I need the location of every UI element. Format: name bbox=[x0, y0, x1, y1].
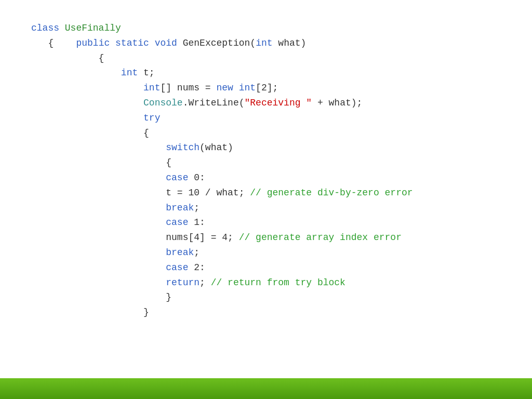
code-line-18: return; // return from try block bbox=[31, 275, 501, 290]
keyword-try: try bbox=[143, 113, 160, 123]
case-0-val: 0: bbox=[188, 172, 205, 183]
code-line-12: t = 10 / what; // generate div-by-zero e… bbox=[31, 185, 501, 201]
code-line-13: break; bbox=[31, 201, 501, 216]
code-line-8: { bbox=[31, 126, 501, 141]
code-editor: class UseFinally { public static void Ge… bbox=[0, 0, 532, 378]
indent-7 bbox=[31, 113, 143, 123]
writeline-method: .WriteLine( bbox=[183, 98, 245, 108]
var-nums-decl: [] nums = bbox=[160, 83, 216, 93]
bottom-bar bbox=[0, 378, 532, 399]
case-1-val: 1: bbox=[188, 217, 205, 228]
code-line-14: case 1: bbox=[31, 215, 501, 230]
keyword-void: void bbox=[155, 38, 183, 48]
code-line-4: int t; bbox=[31, 65, 501, 81]
keyword-static: static bbox=[115, 38, 155, 48]
brace-open-1: { bbox=[31, 38, 76, 48]
indent-13 bbox=[31, 203, 166, 213]
code-line-19: } bbox=[31, 290, 501, 305]
try-brace-open: { bbox=[31, 128, 149, 138]
code-line-5: int[] nums = new int[2]; bbox=[31, 81, 501, 96]
keyword-int-new: int bbox=[239, 83, 256, 93]
comment-div-zero: // generate div-by-zero error bbox=[250, 188, 413, 198]
code-line-16: break; bbox=[31, 245, 501, 260]
keyword-int-t: int bbox=[121, 68, 138, 78]
array-size: [2]; bbox=[256, 83, 278, 93]
code-line-2: { public static void GenException(int wh… bbox=[31, 36, 501, 51]
switch-brace-open: { bbox=[31, 157, 171, 168]
code-line-11: case 0: bbox=[31, 170, 501, 185]
code-line-10: { bbox=[31, 155, 501, 170]
code-line-17: case 2: bbox=[31, 260, 501, 275]
keyword-case-0: case bbox=[166, 172, 188, 183]
keyword-break-1: break bbox=[166, 203, 194, 213]
console-class: Console bbox=[143, 98, 183, 108]
keyword-class: class bbox=[31, 23, 65, 33]
keyword-int-param: int bbox=[256, 38, 272, 48]
code-line-3: { bbox=[31, 51, 501, 66]
code-line-9: switch(what) bbox=[31, 140, 501, 155]
keyword-public: public bbox=[76, 38, 115, 48]
keyword-int-arr: int bbox=[143, 83, 160, 93]
code-line-1: class UseFinally bbox=[31, 21, 501, 36]
keyword-return: return bbox=[166, 277, 200, 288]
code-line-6: Console.WriteLine("Receiving " + what); bbox=[31, 96, 501, 111]
code-line-7: try bbox=[31, 111, 501, 126]
classname-usefinally: UseFinally bbox=[65, 23, 121, 33]
keyword-switch: switch bbox=[166, 142, 200, 153]
indent-6 bbox=[31, 98, 143, 108]
break-semi-2: ; bbox=[194, 247, 200, 258]
concat-what: + what); bbox=[312, 98, 362, 108]
stmt-div: t = 10 / what; bbox=[166, 188, 250, 198]
keyword-case-2: case bbox=[166, 262, 188, 273]
switch-what: (what) bbox=[200, 142, 233, 153]
var-t: t; bbox=[138, 68, 154, 78]
switch-brace-close: } bbox=[31, 292, 171, 302]
indent-14 bbox=[31, 217, 166, 228]
keyword-new: new bbox=[216, 83, 238, 93]
method-genexception: GenException( bbox=[183, 38, 256, 48]
indent-4 bbox=[31, 68, 121, 78]
indent-11 bbox=[31, 172, 166, 183]
break-semi-1: ; bbox=[194, 203, 200, 213]
keyword-break-2: break bbox=[166, 247, 194, 258]
return-semi: ; bbox=[200, 277, 211, 288]
indent-15 bbox=[31, 232, 166, 243]
indent-9 bbox=[31, 142, 166, 153]
indent-16 bbox=[31, 247, 166, 258]
indent-18 bbox=[31, 277, 166, 288]
code-line-15: nums[4] = 4; // generate array index err… bbox=[31, 230, 501, 245]
indent-12 bbox=[31, 188, 166, 198]
case-2-val: 2: bbox=[188, 262, 205, 273]
comment-return: // return from try block bbox=[211, 277, 345, 288]
brace-open-2: { bbox=[31, 53, 104, 63]
keyword-case-1: case bbox=[166, 217, 188, 228]
stmt-array: nums[4] = 4; bbox=[166, 232, 238, 243]
string-receiving: "Receiving " bbox=[245, 98, 312, 108]
indent-17 bbox=[31, 262, 166, 273]
code-line-20: } bbox=[31, 305, 501, 320]
indent-5 bbox=[31, 83, 143, 93]
comment-array-index: // generate array index error bbox=[239, 232, 402, 243]
try-brace-close: } bbox=[31, 307, 149, 317]
param-what: what) bbox=[273, 38, 307, 48]
